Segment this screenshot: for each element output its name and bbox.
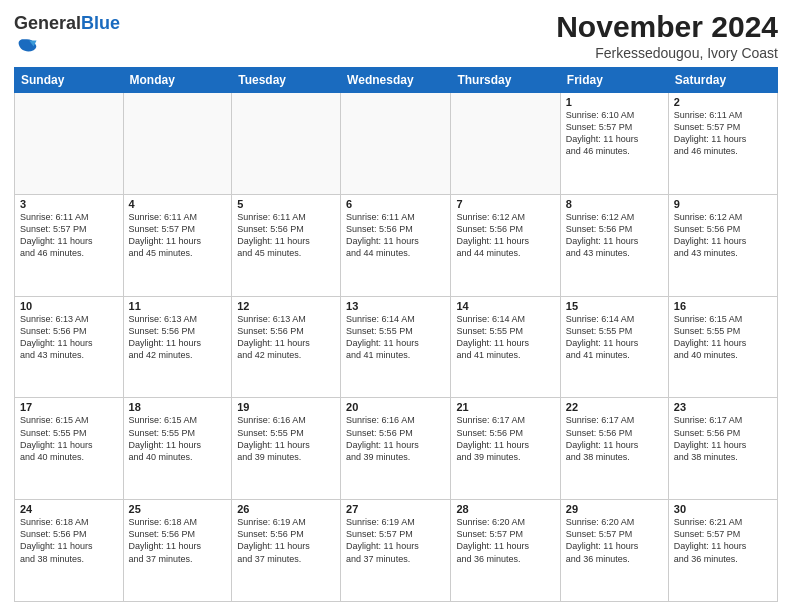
day-info: Sunrise: 6:19 AM Sunset: 5:56 PM Dayligh… xyxy=(237,516,335,565)
day-number: 8 xyxy=(566,198,663,210)
day-number: 17 xyxy=(20,401,118,413)
col-sunday: Sunday xyxy=(15,68,124,93)
day-number: 12 xyxy=(237,300,335,312)
day-number: 2 xyxy=(674,96,772,108)
day-number: 18 xyxy=(129,401,227,413)
day-info: Sunrise: 6:17 AM Sunset: 5:56 PM Dayligh… xyxy=(456,414,554,463)
table-row: 20Sunrise: 6:16 AM Sunset: 5:56 PM Dayli… xyxy=(341,398,451,500)
month-title: November 2024 xyxy=(556,10,778,43)
day-info: Sunrise: 6:14 AM Sunset: 5:55 PM Dayligh… xyxy=(456,313,554,362)
day-number: 7 xyxy=(456,198,554,210)
table-row: 26Sunrise: 6:19 AM Sunset: 5:56 PM Dayli… xyxy=(232,500,341,602)
day-info: Sunrise: 6:19 AM Sunset: 5:57 PM Dayligh… xyxy=(346,516,445,565)
table-row: 3Sunrise: 6:11 AM Sunset: 5:57 PM Daylig… xyxy=(15,194,124,296)
day-info: Sunrise: 6:18 AM Sunset: 5:56 PM Dayligh… xyxy=(20,516,118,565)
table-row: 12Sunrise: 6:13 AM Sunset: 5:56 PM Dayli… xyxy=(232,296,341,398)
table-row xyxy=(232,93,341,195)
day-info: Sunrise: 6:17 AM Sunset: 5:56 PM Dayligh… xyxy=(566,414,663,463)
table-row: 27Sunrise: 6:19 AM Sunset: 5:57 PM Dayli… xyxy=(341,500,451,602)
day-number: 28 xyxy=(456,503,554,515)
day-number: 20 xyxy=(346,401,445,413)
logo: GeneralBlue xyxy=(14,14,120,60)
day-info: Sunrise: 6:14 AM Sunset: 5:55 PM Dayligh… xyxy=(566,313,663,362)
day-info: Sunrise: 6:20 AM Sunset: 5:57 PM Dayligh… xyxy=(566,516,663,565)
day-info: Sunrise: 6:11 AM Sunset: 5:56 PM Dayligh… xyxy=(346,211,445,260)
day-info: Sunrise: 6:12 AM Sunset: 5:56 PM Dayligh… xyxy=(674,211,772,260)
table-row: 4Sunrise: 6:11 AM Sunset: 5:57 PM Daylig… xyxy=(123,194,232,296)
day-number: 13 xyxy=(346,300,445,312)
day-info: Sunrise: 6:13 AM Sunset: 5:56 PM Dayligh… xyxy=(129,313,227,362)
day-number: 24 xyxy=(20,503,118,515)
table-row xyxy=(451,93,560,195)
day-number: 14 xyxy=(456,300,554,312)
day-number: 21 xyxy=(456,401,554,413)
day-number: 1 xyxy=(566,96,663,108)
table-row: 24Sunrise: 6:18 AM Sunset: 5:56 PM Dayli… xyxy=(15,500,124,602)
day-info: Sunrise: 6:13 AM Sunset: 5:56 PM Dayligh… xyxy=(237,313,335,362)
logo-blue: Blue xyxy=(81,13,120,33)
day-number: 3 xyxy=(20,198,118,210)
table-row: 2Sunrise: 6:11 AM Sunset: 5:57 PM Daylig… xyxy=(668,93,777,195)
day-info: Sunrise: 6:15 AM Sunset: 5:55 PM Dayligh… xyxy=(129,414,227,463)
day-number: 15 xyxy=(566,300,663,312)
calendar-week-row: 1Sunrise: 6:10 AM Sunset: 5:57 PM Daylig… xyxy=(15,93,778,195)
calendar-week-row: 10Sunrise: 6:13 AM Sunset: 5:56 PM Dayli… xyxy=(15,296,778,398)
day-number: 19 xyxy=(237,401,335,413)
calendar-week-row: 3Sunrise: 6:11 AM Sunset: 5:57 PM Daylig… xyxy=(15,194,778,296)
table-row: 19Sunrise: 6:16 AM Sunset: 5:55 PM Dayli… xyxy=(232,398,341,500)
day-number: 30 xyxy=(674,503,772,515)
table-row: 11Sunrise: 6:13 AM Sunset: 5:56 PM Dayli… xyxy=(123,296,232,398)
day-number: 22 xyxy=(566,401,663,413)
day-info: Sunrise: 6:18 AM Sunset: 5:56 PM Dayligh… xyxy=(129,516,227,565)
table-row: 23Sunrise: 6:17 AM Sunset: 5:56 PM Dayli… xyxy=(668,398,777,500)
calendar-week-row: 17Sunrise: 6:15 AM Sunset: 5:55 PM Dayli… xyxy=(15,398,778,500)
table-row: 25Sunrise: 6:18 AM Sunset: 5:56 PM Dayli… xyxy=(123,500,232,602)
col-tuesday: Tuesday xyxy=(232,68,341,93)
logo-general: General xyxy=(14,13,81,33)
table-row: 30Sunrise: 6:21 AM Sunset: 5:57 PM Dayli… xyxy=(668,500,777,602)
table-row: 16Sunrise: 6:15 AM Sunset: 5:55 PM Dayli… xyxy=(668,296,777,398)
table-row: 10Sunrise: 6:13 AM Sunset: 5:56 PM Dayli… xyxy=(15,296,124,398)
table-row: 29Sunrise: 6:20 AM Sunset: 5:57 PM Dayli… xyxy=(560,500,668,602)
day-info: Sunrise: 6:11 AM Sunset: 5:57 PM Dayligh… xyxy=(129,211,227,260)
table-row: 1Sunrise: 6:10 AM Sunset: 5:57 PM Daylig… xyxy=(560,93,668,195)
col-wednesday: Wednesday xyxy=(341,68,451,93)
day-info: Sunrise: 6:15 AM Sunset: 5:55 PM Dayligh… xyxy=(20,414,118,463)
table-row: 28Sunrise: 6:20 AM Sunset: 5:57 PM Dayli… xyxy=(451,500,560,602)
day-number: 23 xyxy=(674,401,772,413)
col-friday: Friday xyxy=(560,68,668,93)
day-info: Sunrise: 6:12 AM Sunset: 5:56 PM Dayligh… xyxy=(566,211,663,260)
day-info: Sunrise: 6:11 AM Sunset: 5:56 PM Dayligh… xyxy=(237,211,335,260)
page-header: GeneralBlue November 2024 Ferkessedougou… xyxy=(14,10,778,61)
day-info: Sunrise: 6:17 AM Sunset: 5:56 PM Dayligh… xyxy=(674,414,772,463)
table-row: 14Sunrise: 6:14 AM Sunset: 5:55 PM Dayli… xyxy=(451,296,560,398)
table-row xyxy=(123,93,232,195)
day-info: Sunrise: 6:13 AM Sunset: 5:56 PM Dayligh… xyxy=(20,313,118,362)
day-number: 4 xyxy=(129,198,227,210)
logo-icon xyxy=(16,34,38,56)
table-row: 7Sunrise: 6:12 AM Sunset: 5:56 PM Daylig… xyxy=(451,194,560,296)
day-number: 11 xyxy=(129,300,227,312)
day-info: Sunrise: 6:11 AM Sunset: 5:57 PM Dayligh… xyxy=(20,211,118,260)
table-row: 9Sunrise: 6:12 AM Sunset: 5:56 PM Daylig… xyxy=(668,194,777,296)
calendar: Sunday Monday Tuesday Wednesday Thursday… xyxy=(14,67,778,602)
day-info: Sunrise: 6:16 AM Sunset: 5:56 PM Dayligh… xyxy=(346,414,445,463)
day-number: 16 xyxy=(674,300,772,312)
table-row: 22Sunrise: 6:17 AM Sunset: 5:56 PM Dayli… xyxy=(560,398,668,500)
day-info: Sunrise: 6:11 AM Sunset: 5:57 PM Dayligh… xyxy=(674,109,772,158)
table-row xyxy=(15,93,124,195)
table-row: 5Sunrise: 6:11 AM Sunset: 5:56 PM Daylig… xyxy=(232,194,341,296)
day-number: 10 xyxy=(20,300,118,312)
day-number: 5 xyxy=(237,198,335,210)
location-title: Ferkessedougou, Ivory Coast xyxy=(556,45,778,61)
day-number: 29 xyxy=(566,503,663,515)
day-info: Sunrise: 6:15 AM Sunset: 5:55 PM Dayligh… xyxy=(674,313,772,362)
col-monday: Monday xyxy=(123,68,232,93)
calendar-header-row: Sunday Monday Tuesday Wednesday Thursday… xyxy=(15,68,778,93)
table-row: 15Sunrise: 6:14 AM Sunset: 5:55 PM Dayli… xyxy=(560,296,668,398)
day-info: Sunrise: 6:21 AM Sunset: 5:57 PM Dayligh… xyxy=(674,516,772,565)
day-info: Sunrise: 6:14 AM Sunset: 5:55 PM Dayligh… xyxy=(346,313,445,362)
table-row: 17Sunrise: 6:15 AM Sunset: 5:55 PM Dayli… xyxy=(15,398,124,500)
day-number: 6 xyxy=(346,198,445,210)
logo-text: GeneralBlue xyxy=(14,14,120,34)
